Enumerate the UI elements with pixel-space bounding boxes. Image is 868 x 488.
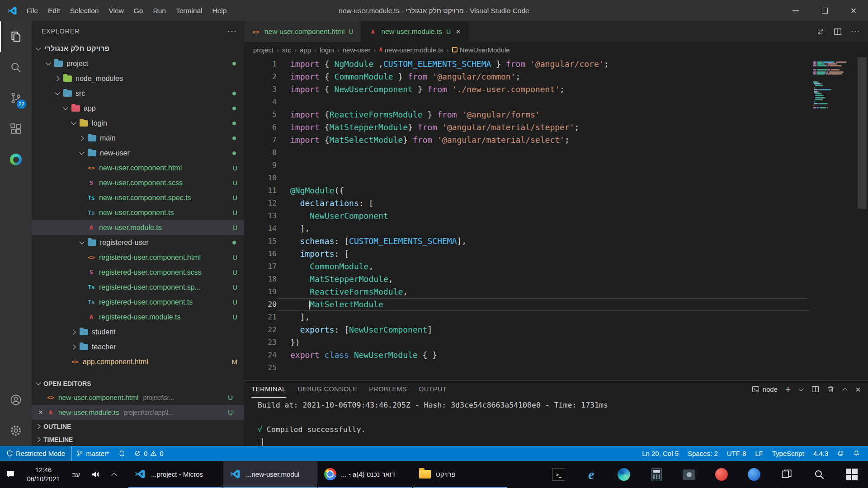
minimap[interactable]: [809, 57, 856, 380]
settings-button[interactable]: [0, 415, 32, 446]
tree-folder-login[interactable]: login: [32, 116, 244, 131]
more-actions-icon[interactable]: ···: [227, 27, 237, 36]
maximize-button[interactable]: [810, 0, 839, 21]
panel-tab-problems[interactable]: PROBLEMS: [369, 381, 407, 398]
cmd-button[interactable]: >_: [542, 461, 575, 488]
code-line-3[interactable]: 3import { NewUserComponent } from './new…: [244, 83, 809, 96]
more-actions-icon[interactable]: ···: [851, 27, 860, 36]
camera-app-button[interactable]: [673, 461, 705, 488]
code-line-18[interactable]: 18 MatStepperModule,: [244, 273, 809, 286]
breadcrumb-item-app[interactable]: app: [300, 46, 311, 54]
code-line-11[interactable]: 11@NgModule({: [244, 184, 809, 197]
code-line-15[interactable]: 15 schemas: [CUSTOM_ELEMENTS_SCHEMA],: [244, 235, 809, 248]
tree-folder-workspace-root[interactable]: פרויקט חלק אנגולרי: [32, 41, 244, 56]
tree-file-new-user.component.spec.ts[interactable]: Tsnew-user.component.spec.tsU: [32, 190, 244, 205]
feedback-button[interactable]: [833, 446, 849, 461]
activity-explorer[interactable]: [0, 21, 32, 52]
status-item-typescript[interactable]: TypeScript: [768, 446, 809, 461]
breadcrumb-item-login[interactable]: login: [320, 46, 334, 54]
breadcrumb-symbol-item[interactable]: NewUserModule: [452, 46, 510, 54]
split-editor-icon[interactable]: [834, 28, 842, 36]
start-button[interactable]: [835, 461, 868, 488]
minimize-button[interactable]: [781, 0, 810, 21]
code-line-10[interactable]: 10: [244, 172, 809, 184]
tree-folder-main[interactable]: main: [32, 131, 244, 145]
tree-folder-student[interactable]: student: [32, 324, 244, 339]
menu-item-selection[interactable]: Selection: [65, 0, 104, 21]
status-item-spaces-2[interactable]: Spaces: 2: [683, 446, 722, 461]
taskbar-clock[interactable]: 12:46 06/10/2021: [21, 461, 66, 488]
tree-file-registered-user.component.scss[interactable]: Sregistered-user.component.scssU: [32, 265, 244, 280]
maximize-panel-icon[interactable]: [842, 387, 848, 392]
code-line-7[interactable]: 7import {MatSelectModule} from '@angular…: [244, 134, 809, 146]
open-changes-icon[interactable]: [816, 28, 825, 36]
code-line-2[interactable]: 2import { CommonModule } from '@angular/…: [244, 70, 809, 83]
tree-file-new-user.component.ts[interactable]: Tsnew-user.component.tsU: [32, 205, 244, 220]
internet-explorer-button[interactable]: e: [575, 461, 608, 488]
code-line-6[interactable]: 6import {MatStepperModule} from '@angula…: [244, 121, 809, 134]
tab-new-user.component.html[interactable]: <>new-user.component.htmlU: [244, 21, 361, 42]
taskbar-task-item[interactable]: פרויקט: [413, 461, 507, 488]
notification-bubble-icon[interactable]: [0, 461, 21, 488]
code-line-13[interactable]: 13 NewUserComponent: [244, 210, 809, 222]
tree-folder-app[interactable]: app: [32, 101, 244, 116]
tree-file-new-user.module.ts[interactable]: Anew-user.module.tsU: [32, 220, 244, 235]
git-branch-indicator[interactable]: master*: [72, 446, 114, 461]
open-editor-new-user.component.html[interactable]: <>new-user.component.htmlproject\sr...U: [32, 390, 244, 405]
code-line-19[interactable]: 19 ReactiveFormsModule,: [244, 286, 809, 298]
account-button[interactable]: [0, 385, 32, 415]
code-line-14[interactable]: 14 ],: [244, 222, 809, 235]
menu-item-terminal[interactable]: Terminal: [171, 0, 208, 21]
code-line-22[interactable]: 22 exports: [NewUserComponent]: [244, 324, 809, 336]
tree-file-registered-user.component.ts[interactable]: Tsregistered-user.component.tsU: [32, 295, 244, 310]
breadcrumb-file-item[interactable]: Anew-user.module.ts: [379, 46, 443, 54]
language-indicator[interactable]: עב: [66, 461, 86, 488]
panel-tab-output[interactable]: OUTPUT: [419, 381, 447, 398]
close-button[interactable]: ×: [839, 0, 868, 21]
restricted-mode-indicator[interactable]: Restricted Mode: [0, 446, 72, 461]
code-line-16[interactable]: 16 imports: [: [244, 248, 809, 260]
menu-item-go[interactable]: Go: [129, 0, 148, 21]
code-line-1[interactable]: 1import { NgModule ,CUSTOM_ELEMENTS_SCHE…: [244, 58, 809, 70]
blue-app-button[interactable]: [738, 461, 770, 488]
tree-folder-src[interactable]: src: [32, 86, 244, 101]
code-line-25[interactable]: 25: [244, 361, 809, 374]
status-item-ln-20-col-5[interactable]: Ln 20, Col 5: [637, 446, 683, 461]
close-panel-icon[interactable]: ×: [855, 385, 861, 394]
status-item-lf[interactable]: LF: [750, 446, 768, 461]
code-line-4[interactable]: 4: [244, 96, 809, 108]
menu-item-view[interactable]: View: [104, 0, 128, 21]
code-line-12[interactable]: 12 declarations: [: [244, 197, 809, 210]
panel-tab-terminal[interactable]: TERMINAL: [251, 381, 286, 398]
code-line-8[interactable]: 8: [244, 146, 809, 159]
status-item-utf-8[interactable]: UTF-8: [722, 446, 751, 461]
terminal-output[interactable]: Build at: 2021-10-06T09:43:46.205Z - Has…: [244, 398, 868, 446]
activity-extensions[interactable]: [0, 113, 32, 144]
chevron-down-icon[interactable]: [798, 387, 804, 392]
menu-item-help[interactable]: Help: [208, 0, 232, 21]
scrollbar-thumb[interactable]: [858, 57, 867, 209]
split-terminal-icon[interactable]: [811, 385, 819, 393]
kill-terminal-icon[interactable]: [827, 385, 835, 393]
tree-file-registered-user.component.html[interactable]: <>registered-user.component.htmlU: [32, 250, 244, 265]
tray-expand-button[interactable]: [105, 461, 124, 488]
volume-button[interactable]: [86, 461, 105, 488]
activity-search[interactable]: [0, 52, 32, 83]
close-tab-icon[interactable]: ×: [456, 28, 461, 36]
taskbar-task-...-a-4[interactable]: ... - a(4) דואר נכנס: [318, 461, 412, 488]
terminal-shell-select[interactable]: node: [752, 385, 778, 393]
tree-folder-registered-user[interactable]: registered-user: [32, 235, 244, 250]
code-line-24[interactable]: 24export class NewUserModule { }: [244, 349, 809, 361]
taskbar-task-...new-user.modul[interactable]: ...new-user.modul: [223, 461, 317, 488]
panel-tab-debug-console[interactable]: DEBUG CONSOLE: [298, 381, 358, 398]
code-line-21[interactable]: 21 ],: [244, 311, 809, 324]
close-editor-icon[interactable]: ×: [35, 408, 46, 417]
tree-file-app.component.html[interactable]: <>app.component.htmlM: [32, 354, 244, 369]
breadcrumb-item-new-user[interactable]: new-user: [343, 46, 371, 54]
tab-new-user.module.ts[interactable]: Anew-user.module.tsU×: [361, 21, 468, 42]
taskbar-search-button[interactable]: [803, 461, 835, 488]
code-editor[interactable]: 1import { NgModule ,CUSTOM_ELEMENTS_SCHE…: [244, 57, 868, 380]
tree-folder-teacher[interactable]: teacher: [32, 339, 244, 354]
open-editors-header[interactable]: OPEN EDITORS: [32, 377, 244, 390]
tree-folder-new-user[interactable]: new-user: [32, 145, 244, 160]
